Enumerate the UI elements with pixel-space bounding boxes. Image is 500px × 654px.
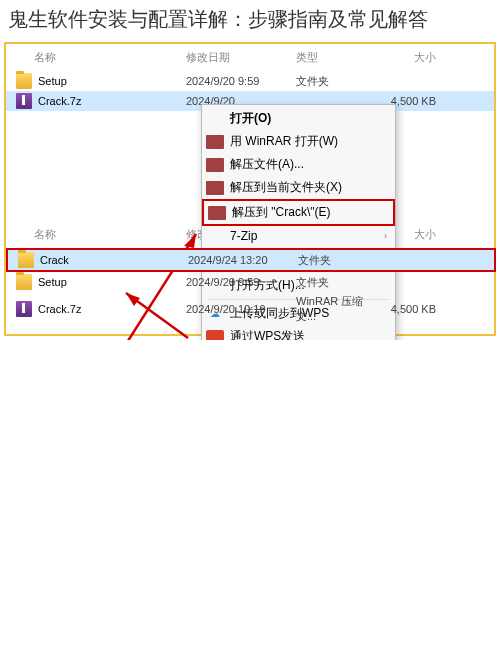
file-date: 2024/9/20 9:59 (186, 75, 296, 87)
winrar-icon (206, 158, 224, 172)
file-size: 4,500 KB (376, 303, 446, 315)
col-name[interactable]: 名称 (6, 50, 186, 65)
file-name: Crack.7z (38, 95, 186, 107)
file-type: 文件夹 (296, 74, 376, 89)
file-date: 2024/9/20 9:59 (186, 276, 296, 288)
menu-extract-here[interactable]: 解压到当前文件夹(X) (202, 176, 395, 199)
file-row-setup2[interactable]: Setup 2024/9/20 9:59 文件夹 (6, 272, 494, 292)
col-date[interactable]: 修改日期 (186, 50, 296, 65)
winrar-icon (206, 181, 224, 195)
annotation-arrow (118, 288, 198, 340)
blank-icon (206, 112, 224, 126)
archive-icon (16, 93, 32, 109)
file-row-crack[interactable]: Crack 2024/9/24 13:20 文件夹 (6, 248, 496, 272)
menu-extract-to-crack[interactable]: 解压到 "Crack\"(E) (202, 199, 395, 226)
menu-winrar-open[interactable]: 用 WinRAR 打开(W) (202, 130, 395, 153)
col-type[interactable]: 类型 (296, 50, 376, 65)
menu-label: 7-Zip (230, 229, 257, 243)
col-size[interactable]: 大小 (376, 50, 446, 65)
winrar-icon (206, 135, 224, 149)
folder-icon (16, 274, 32, 290)
svg-marker-1 (184, 234, 196, 248)
menu-label: 用 WinRAR 打开(W) (230, 133, 338, 150)
menu-label: 解压到当前文件夹(X) (230, 179, 342, 196)
screenshot-container: 名称 修改日期 类型 大小 Setup 2024/9/20 9:59 文件夹 C… (4, 42, 496, 336)
file-name: Setup (38, 276, 186, 288)
menu-label: 打开(O) (230, 110, 271, 127)
menu-label: 解压文件(A)... (230, 156, 304, 173)
file-header-1: 名称 修改日期 类型 大小 (6, 48, 494, 71)
wps-icon (206, 330, 224, 341)
file-date: 2024/9/24 13:20 (188, 254, 298, 266)
page-title: 鬼生软件安装与配置详解：步骤指南及常见解答 (0, 0, 500, 38)
file-date: 2024/9/20 10:19 (186, 303, 296, 315)
menu-open[interactable]: 打开(O) (202, 107, 395, 130)
file-row-setup[interactable]: Setup 2024/9/20 9:59 文件夹 (6, 71, 494, 91)
chevron-right-icon: › (384, 231, 387, 241)
winrar-icon (208, 206, 226, 220)
file-name: Setup (38, 75, 186, 87)
menu-extract-files[interactable]: 解压文件(A)... (202, 153, 395, 176)
menu-label: 解压到 "Crack\"(E) (232, 204, 331, 221)
file-row-crack7z2[interactable]: Crack.7z 2024/9/20 10:19 WinRAR 压缩文... 4… (6, 292, 494, 326)
archive-icon (16, 301, 32, 317)
menu-7zip[interactable]: 7-Zip › (202, 226, 395, 246)
file-type: 文件夹 (298, 253, 378, 268)
file-type: WinRAR 压缩文... (296, 294, 376, 324)
menu-send-wps[interactable]: 通过WPS发送 (202, 325, 395, 340)
folder-icon (18, 252, 34, 268)
folder-icon (16, 73, 32, 89)
blank-icon (206, 229, 224, 243)
svg-marker-3 (126, 293, 140, 306)
menu-label: 通过WPS发送 (230, 328, 305, 340)
file-name: Crack (40, 254, 188, 266)
file-type: 文件夹 (296, 275, 376, 290)
